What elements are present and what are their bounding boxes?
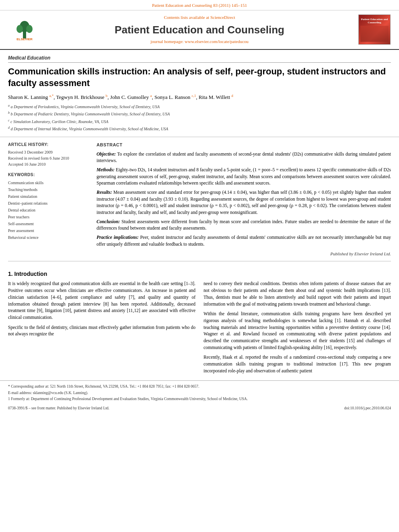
article-title: Communication skills instruction: An ana… bbox=[8, 66, 391, 89]
body-para-2: Specific to the field of dentistry, clin… bbox=[8, 324, 195, 337]
footnotes: * Corresponding author at: 521 North 11t… bbox=[0, 380, 399, 404]
intro-heading: 1. Introduction bbox=[8, 270, 391, 278]
body-para-4: Within the dental literature, communicat… bbox=[204, 310, 391, 351]
elsevier-logo-area: ELSEVIER bbox=[6, 14, 43, 45]
journal-cover-area: Patient Education and Counseling bbox=[356, 14, 393, 45]
doi-text: doi:10.1016/j.pec.2010.06.024 bbox=[344, 406, 391, 411]
body-col-right: need to convey their medical conditions.… bbox=[204, 280, 391, 377]
affiliation-b: b b Department of Pediatric Dentistry, V… bbox=[8, 111, 391, 117]
accepted-date: Accepted 16 June 2010 bbox=[8, 161, 88, 167]
cover-text: Patient Education and Counseling bbox=[360, 18, 389, 25]
journal-citation: Patient Education and Counseling 83 (201… bbox=[152, 3, 247, 8]
journal-title: Patient Education and Counseling bbox=[47, 23, 352, 37]
abstract-results: Results: Mean assessment score and stand… bbox=[97, 189, 391, 216]
authors: Sharon K. Lanning a,*, Tegwyn H. Brickho… bbox=[8, 93, 391, 101]
keywords-label: Keywords: bbox=[8, 172, 88, 178]
footnote-3: 1 Formerly at: Department of Continuing … bbox=[8, 396, 391, 402]
keywords-list: Communication skills Teaching/methods Pa… bbox=[8, 179, 88, 241]
keyword-4: Dentist–patient relations bbox=[8, 200, 88, 207]
abstract-column: Abstract Objective: To explore the corre… bbox=[97, 142, 391, 257]
svg-point-3 bbox=[26, 25, 33, 33]
sciencedirect-line: Contents lists available at ScienceDirec… bbox=[47, 14, 352, 21]
copyright-text: 0738-3991/$ – see front matter. Publishe… bbox=[8, 406, 109, 411]
body-para-3: need to convey their medical conditions.… bbox=[204, 280, 391, 307]
svg-text:ELSEVIER: ELSEVIER bbox=[16, 37, 33, 41]
body-content: 1. Introduction It is widely recognized … bbox=[0, 265, 399, 377]
article-info-column: Article history: Received 3 December 200… bbox=[8, 142, 88, 257]
affiliation-c: c c Simulation Laboratory, Carilion Clin… bbox=[8, 118, 391, 125]
keyword-9: Behavioral science bbox=[8, 234, 88, 241]
keyword-3: Patient simulation bbox=[8, 193, 88, 200]
body-columns: It is widely recognized that good commun… bbox=[8, 280, 391, 377]
footnote-1: * Corresponding author at: 521 North 11t… bbox=[8, 384, 391, 389]
affiliation-d: d d Department of Internal Medicine, Vir… bbox=[8, 125, 391, 132]
section-label: Medical Education bbox=[8, 55, 391, 63]
body-para-1: It is widely recognized that good commun… bbox=[8, 280, 195, 320]
body-para-5: Recently, Haak et al. reported the resul… bbox=[204, 354, 391, 374]
abstract-conclusion: Conclusion: Student assessments were dif… bbox=[97, 218, 391, 232]
journal-header-center: Contents lists available at ScienceDirec… bbox=[47, 14, 352, 45]
affiliation-a: a a Department of Periodontics, Virginia… bbox=[8, 103, 391, 110]
info-abstract-columns: Article history: Received 3 December 200… bbox=[0, 142, 399, 257]
history-label: Article history: bbox=[8, 142, 88, 148]
keyword-6: Peer teachers bbox=[8, 214, 88, 220]
keyword-8: Peer assessment bbox=[8, 227, 88, 234]
keyword-2: Teaching/methods bbox=[8, 186, 88, 193]
svg-point-2 bbox=[16, 25, 23, 33]
article-history: Article history: Received 3 December 200… bbox=[8, 142, 88, 167]
page: Patient Education and Counseling 83 (201… bbox=[0, 0, 399, 532]
top-bar: Patient Education and Counseling 83 (201… bbox=[0, 0, 399, 10]
revised-date: Received in revised form 6 June 2010 bbox=[8, 155, 88, 161]
journal-cover-image: Patient Education and Counseling bbox=[358, 14, 391, 45]
received-date: Received 3 December 2009 bbox=[8, 149, 88, 155]
keyword-7: Self-assessment bbox=[8, 220, 88, 227]
keyword-5: Dental education bbox=[8, 207, 88, 214]
elsevier-logo-icon: ELSEVIER bbox=[8, 18, 41, 42]
body-col-left: It is widely recognized that good commun… bbox=[8, 280, 195, 377]
abstract-methods: Methods: Eighty-two D2s, 14 student inst… bbox=[97, 166, 391, 187]
footnote-2: E-mail address: sklanning@vcu.edu (S.K. … bbox=[8, 390, 391, 396]
article-section: Medical Education Communication skills i… bbox=[0, 50, 399, 132]
journal-header: ELSEVIER Contents lists available at Sci… bbox=[0, 10, 399, 49]
abstract-objective: Objective: To explore the correlation of… bbox=[97, 151, 391, 164]
journal-homepage: journal homepage: www.elsevier.com/locat… bbox=[47, 39, 352, 45]
bottom-bar: 0738-3991/$ – see front matter. Publishe… bbox=[0, 404, 399, 413]
abstract-label: Abstract bbox=[97, 142, 391, 148]
keyword-1: Communication skills bbox=[8, 179, 88, 186]
published-by: Published by Elsevier Ireland Ltd. bbox=[97, 251, 391, 257]
abstract-practice: Practice implications: Peer, student ins… bbox=[97, 234, 391, 247]
keywords-section: Keywords: Communication skills Teaching/… bbox=[8, 172, 88, 241]
